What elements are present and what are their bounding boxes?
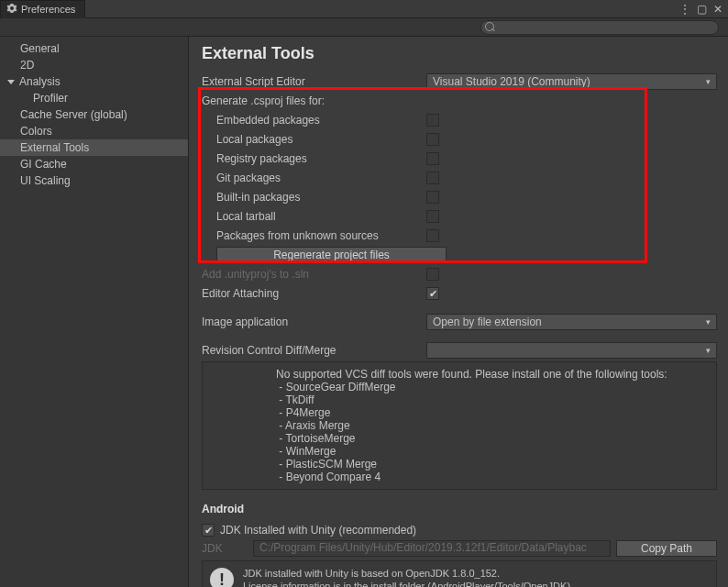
csproj-item: Local packages [202,133,426,146]
jdk-checkbox[interactable] [202,524,215,537]
vcs-tool: - TortoiseMerge [276,432,716,445]
unityproj-label: Add .unityproj's to .sln [202,268,426,281]
attaching-label: Editor Attaching [202,287,426,300]
csproj-checkbox-local[interactable] [426,133,439,146]
dock-icon[interactable]: ▢ [695,3,708,16]
sidebar-item-analysis[interactable]: Analysis [0,73,188,90]
vcs-tool: - SourceGear DiffMerge [276,381,716,393]
sidebar-item-cache-server[interactable]: Cache Server (global) [0,106,188,123]
window-title: Preferences [21,4,75,15]
sidebar-item-general[interactable]: General [0,40,188,57]
menu-icon[interactable]: ⋮ [678,3,691,16]
csproj-item: Registry packages [202,152,426,165]
script-editor-label: External Script Editor [202,75,426,88]
window-tab[interactable]: Preferences [0,0,85,18]
sidebar-item-ui-scaling[interactable]: UI Scaling [0,172,188,189]
sidebar-item-profiler[interactable]: Profiler [0,90,188,106]
gear-icon [6,3,17,16]
info-icon: ! [210,568,234,587]
jdk-info-line1: JDK installed with Unity is based on Ope… [243,567,573,580]
sidebar: General 2D Analysis Profiler Cache Serve… [0,37,189,587]
csproj-checkbox-git[interactable] [426,172,439,184]
attaching-checkbox[interactable] [426,287,439,300]
android-heading: Android [202,503,717,515]
copy-path-button[interactable]: Copy Path [616,540,717,557]
image-app-dropdown[interactable]: Open by file extension [426,314,717,330]
csproj-checkbox-tarball[interactable] [426,210,439,223]
csproj-checkbox-builtin[interactable] [426,191,439,204]
content: External Tools External Script Editor Vi… [189,37,728,587]
image-app-label: Image application [202,316,426,328]
revision-label: Revision Control Diff/Merge [202,344,426,357]
csproj-checkbox-unknown[interactable] [426,229,439,242]
search-wrap [480,20,719,35]
csproj-checkbox-embedded[interactable] [426,114,439,127]
csproj-item: Packages from unknown sources [202,229,426,242]
jdk-info-line2: License information is in the install fo… [243,580,573,587]
unityproj-checkbox [426,268,439,281]
vcs-tool: - PlasticSCM Merge [276,458,716,471]
csproj-checkbox-registry[interactable] [426,152,439,165]
jdk-path-field: C:/Program Files/Unity/Hub/Editor/2019.3… [253,540,611,557]
revision-dropdown[interactable] [426,342,717,359]
jdk-info-panel: ! JDK installed with Unity is based on O… [202,560,717,587]
csproj-item: Built-in packages [202,191,426,204]
vcs-tool: - Araxis Merge [276,419,716,432]
vcs-message: No supported VCS diff tools were found. … [276,368,716,381]
csproj-item: Local tarball [202,210,426,223]
page-title: External Tools [202,44,717,63]
sidebar-item-external-tools[interactable]: External Tools [0,139,188,156]
regenerate-button[interactable]: Regenerate project files [216,247,447,263]
jdk-label: JDK [202,542,248,555]
vcs-tool: - TkDiff [276,393,716,406]
vcs-info-panel: No supported VCS diff tools were found. … [202,361,717,490]
sidebar-item-2d[interactable]: 2D [0,57,188,73]
vcs-tool: - WinMerge [276,445,716,458]
foldout-icon [7,80,15,84]
script-editor-dropdown[interactable]: Visual Studio 2019 (Community) [426,73,717,90]
csproj-item: Git packages [202,172,426,184]
csproj-header: Generate .csproj files for: [202,94,426,107]
csproj-item: Embedded packages [202,114,426,127]
jdk-checkbox-label: JDK Installed with Unity (recommended) [220,524,416,537]
sidebar-item-gi-cache[interactable]: GI Cache [0,156,188,172]
close-icon[interactable]: ✕ [711,3,724,16]
vcs-tool: - Beyond Compare 4 [276,471,716,483]
search-input[interactable] [480,20,719,35]
sidebar-item-colors[interactable]: Colors [0,123,188,139]
vcs-tool: - P4Merge [276,406,716,419]
